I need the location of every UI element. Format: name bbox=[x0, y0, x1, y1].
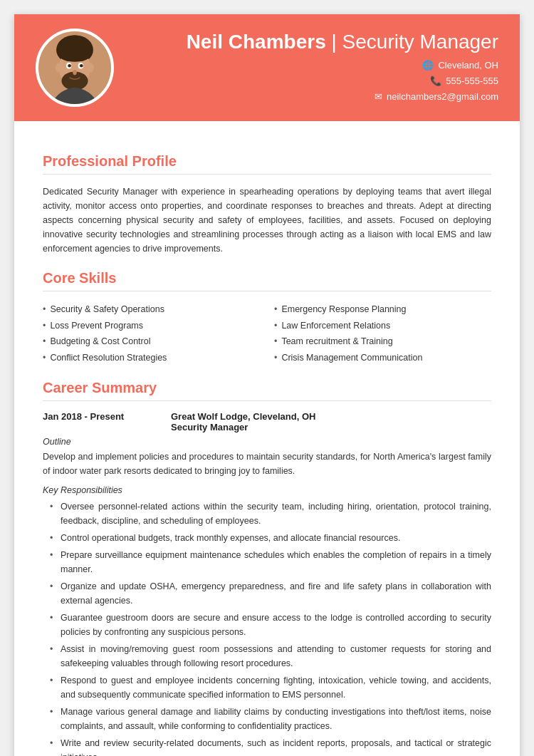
skill-label: Loss Prevent Programs bbox=[50, 318, 143, 334]
list-item: Respond to guest and employee incidents … bbox=[43, 673, 491, 702]
job-company: Great Wolf Lodge, Cleveland, OH bbox=[171, 411, 315, 422]
bullet-icon: • bbox=[43, 301, 46, 318]
email-line: ✉ neilchambers2@gmail.com bbox=[135, 89, 498, 105]
skill-item: • Crisis Management Communication bbox=[274, 350, 491, 366]
skill-item: • Budgeting & Cost Control bbox=[43, 333, 260, 350]
header-section: Neil Chambers | Security Manager 🌐 Cleve… bbox=[14, 14, 520, 121]
skill-label: Crisis Management Communication bbox=[281, 350, 422, 366]
full-name: Neil Chambers | Security Manager bbox=[135, 31, 498, 53]
skill-label: Budgeting & Cost Control bbox=[50, 333, 150, 350]
phone-text: 555-555-555 bbox=[446, 73, 498, 89]
skills-divider bbox=[43, 291, 491, 291]
contact-info: 🌐 Cleveland, OH 📞 555-555-555 ✉ neilcham… bbox=[135, 58, 498, 105]
skills-title: Core Skills bbox=[43, 270, 491, 286]
location-line: 🌐 Cleveland, OH bbox=[135, 58, 498, 73]
job-dates: Jan 2018 - Present bbox=[43, 411, 150, 433]
career-divider bbox=[43, 400, 491, 401]
location-text: Cleveland, OH bbox=[438, 58, 498, 73]
skill-label: Conflict Resolution Strategies bbox=[50, 350, 167, 366]
list-item: Assist in moving/removing guest room pos… bbox=[43, 642, 491, 670]
bullet-icon: • bbox=[274, 301, 277, 318]
skill-item: • Conflict Resolution Strategies bbox=[43, 350, 260, 366]
email-text: neilchambers2@gmail.com bbox=[387, 89, 498, 105]
responsibilities-label: Key Responsibilities bbox=[43, 485, 491, 495]
job-title-block: Great Wolf Lodge, Cleveland, OH Security… bbox=[171, 411, 315, 433]
list-item: Organize and update OSHA, emergency prep… bbox=[43, 579, 491, 608]
avatar bbox=[36, 29, 114, 107]
skill-item: • Loss Prevent Programs bbox=[43, 318, 260, 334]
skill-label: Emergency Response Planning bbox=[281, 301, 406, 318]
list-item: Control operational budgets, track month… bbox=[43, 531, 491, 545]
globe-icon: 🌐 bbox=[422, 58, 434, 73]
bullet-icon: • bbox=[43, 333, 46, 350]
skill-item: • Security & Safety Operations bbox=[43, 301, 260, 318]
list-item: Guarantee guestroom doors are secure and… bbox=[43, 611, 491, 639]
bullet-icon: • bbox=[274, 350, 277, 366]
list-item: Prepare surveillance equipment maintenan… bbox=[43, 548, 491, 576]
body-section: Professional Profile Dedicated Security … bbox=[14, 121, 520, 756]
skill-item: • Team recruitment & Training bbox=[274, 333, 491, 350]
outline-label: Outline bbox=[43, 437, 491, 447]
profile-divider bbox=[43, 174, 491, 175]
responsibilities-list: Oversee personnel-related actions within… bbox=[43, 499, 491, 756]
list-item: Manage various general damage and liabil… bbox=[43, 705, 491, 733]
job-title: Security Manager bbox=[342, 31, 498, 53]
bullet-icon: • bbox=[274, 318, 277, 334]
profile-text: Dedicated Security Manager with experien… bbox=[43, 185, 491, 256]
bullet-icon: • bbox=[274, 333, 277, 350]
svg-point-10 bbox=[88, 63, 94, 73]
svg-point-7 bbox=[80, 64, 83, 68]
phone-line: 📞 555-555-555 bbox=[135, 73, 498, 89]
skills-grid: • Security & Safety Operations • Loss Pr… bbox=[43, 301, 491, 366]
phone-icon: 📞 bbox=[430, 73, 441, 89]
first-last-name: Neil Chambers bbox=[187, 31, 326, 53]
skills-left-col: • Security & Safety Operations • Loss Pr… bbox=[43, 301, 260, 366]
svg-point-8 bbox=[73, 70, 77, 75]
outline-text: Develop and implement policies and proce… bbox=[43, 450, 491, 478]
job-header: Jan 2018 - Present Great Wolf Lodge, Cle… bbox=[43, 411, 491, 433]
skill-item: • Law Enforcement Relations bbox=[274, 318, 491, 334]
resume-page: Neil Chambers | Security Manager 🌐 Cleve… bbox=[14, 14, 520, 756]
skill-item: • Emergency Response Planning bbox=[274, 301, 491, 318]
name-separator: | bbox=[326, 31, 342, 53]
profile-title: Professional Profile bbox=[43, 153, 491, 170]
list-item: Oversee personnel-related actions within… bbox=[43, 499, 491, 528]
svg-point-6 bbox=[68, 64, 71, 68]
bullet-icon: • bbox=[43, 318, 46, 334]
skill-label: Team recruitment & Training bbox=[281, 333, 392, 350]
header-info: Neil Chambers | Security Manager 🌐 Cleve… bbox=[135, 31, 498, 105]
list-item: Write and review security-related docume… bbox=[43, 736, 491, 756]
bullet-icon: • bbox=[43, 350, 46, 366]
skills-right-col: • Emergency Response Planning • Law Enfo… bbox=[274, 301, 491, 366]
email-icon: ✉ bbox=[375, 89, 382, 105]
career-title: Career Summary bbox=[43, 380, 491, 396]
svg-point-9 bbox=[56, 63, 62, 73]
job-position: Security Manager bbox=[171, 422, 315, 433]
skill-label: Security & Safety Operations bbox=[50, 301, 164, 318]
svg-point-12 bbox=[59, 48, 91, 62]
skill-label: Law Enforcement Relations bbox=[281, 318, 390, 334]
